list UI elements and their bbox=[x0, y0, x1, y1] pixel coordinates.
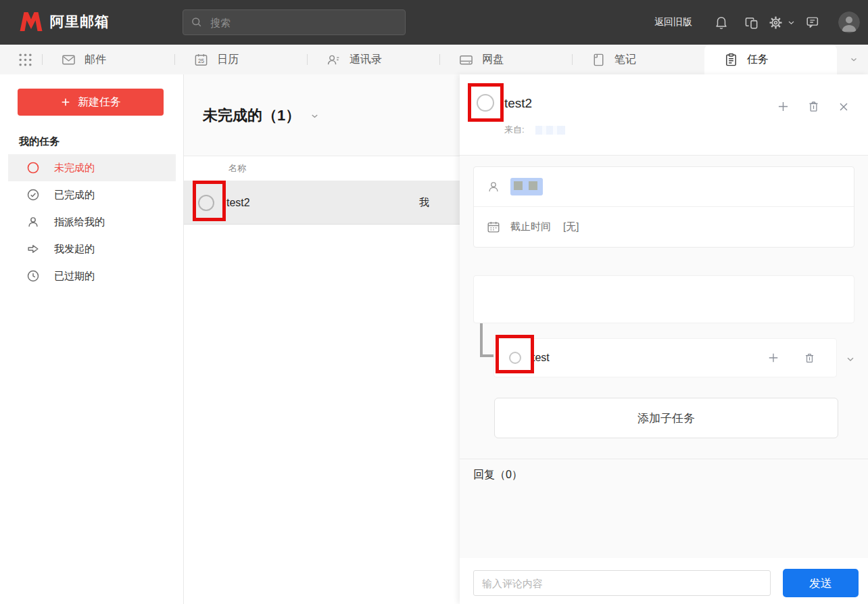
clock-icon bbox=[26, 269, 41, 283]
calendar-icon bbox=[486, 220, 501, 235]
multi-device-button[interactable] bbox=[736, 7, 767, 37]
devices-icon bbox=[744, 15, 759, 30]
plus-icon bbox=[767, 351, 780, 365]
settings-button[interactable] bbox=[767, 7, 797, 37]
search-box[interactable] bbox=[183, 9, 406, 35]
avatar-person-icon bbox=[838, 11, 860, 33]
trash-icon bbox=[803, 352, 816, 365]
brand-logo[interactable]: 阿里邮箱 bbox=[19, 11, 110, 32]
chevron-down-icon bbox=[845, 354, 856, 365]
subtask-complete-circle[interactable] bbox=[509, 352, 521, 364]
chevron-down-icon bbox=[849, 55, 859, 64]
sidebar-item-label: 指派给我的 bbox=[54, 216, 105, 229]
comment-input[interactable] bbox=[473, 570, 771, 596]
plus-icon bbox=[60, 97, 71, 108]
sidebar-item-incomplete[interactable]: 未完成的 bbox=[8, 154, 176, 181]
grid-icon bbox=[17, 51, 34, 68]
sidebar-item-completed[interactable]: 已完成的 bbox=[8, 181, 176, 208]
tab-label: 笔记 bbox=[614, 53, 636, 67]
new-task-label: 新建任务 bbox=[78, 95, 121, 110]
sidebar-item-initiated-by-me[interactable]: 我发起的 bbox=[8, 235, 176, 262]
tab-contacts[interactable]: 通讯录 bbox=[307, 45, 439, 74]
tab-mail[interactable]: 邮件 bbox=[42, 45, 174, 74]
sidebar-item-label: 已完成的 bbox=[54, 189, 95, 202]
gear-icon bbox=[769, 16, 783, 30]
plus-icon bbox=[776, 99, 790, 114]
sidebar-item-label: 已过期的 bbox=[54, 270, 95, 283]
tab-label: 日历 bbox=[217, 53, 239, 67]
contacts-icon bbox=[326, 52, 341, 68]
brand-name: 阿里邮箱 bbox=[50, 12, 110, 31]
deadline-label: 截止时间 bbox=[510, 220, 551, 233]
svg-text:25: 25 bbox=[198, 57, 205, 64]
alimail-m-logo-icon bbox=[19, 11, 43, 32]
check-circle-icon bbox=[26, 187, 41, 202]
task-list-title-group[interactable]: 未完成的（1） bbox=[203, 106, 320, 126]
tab-tasks[interactable]: 任务 bbox=[704, 45, 837, 74]
close-icon bbox=[837, 100, 850, 114]
circle-icon bbox=[26, 160, 41, 175]
topbar-actions: 返回旧版 bbox=[654, 0, 860, 45]
sidebar-item-label: 未完成的 bbox=[54, 162, 95, 175]
from-value-redacted bbox=[535, 126, 565, 135]
sidebar-item-expired[interactable]: 已过期的 bbox=[8, 262, 176, 289]
arrow-right-icon bbox=[26, 241, 41, 256]
sidebar-item-assigned-to-me[interactable]: 指派给我的 bbox=[8, 208, 176, 235]
subtask-collapse-button[interactable] bbox=[845, 354, 856, 365]
tab-label: 任务 bbox=[747, 53, 769, 67]
tab-drive[interactable]: 网盘 bbox=[439, 45, 572, 74]
add-task-button[interactable] bbox=[776, 99, 790, 114]
add-subtask-button[interactable]: 添加子任务 bbox=[494, 398, 838, 438]
task-complete-circle[interactable] bbox=[198, 195, 214, 211]
detail-task-title: test2 bbox=[504, 96, 532, 111]
sidebar-section-title: 我的任务 bbox=[19, 135, 59, 148]
deadline-row[interactable]: 截止时间 [无] bbox=[474, 207, 854, 247]
new-task-button[interactable]: 新建任务 bbox=[18, 89, 164, 116]
chevron-down-icon bbox=[310, 111, 320, 121]
delete-task-button[interactable] bbox=[806, 99, 821, 114]
detail-header: test2 来自: bbox=[460, 74, 868, 156]
tab-label: 通讯录 bbox=[349, 53, 382, 67]
assignee-row[interactable] bbox=[474, 167, 854, 207]
tabbar-collapse-button[interactable] bbox=[849, 55, 859, 64]
tab-calendar[interactable]: 25 日历 bbox=[174, 45, 307, 74]
app-tabbar: 邮件 25 日历 通讯录 网盘 笔记 bbox=[0, 45, 868, 74]
task-description-box[interactable] bbox=[473, 275, 854, 323]
bell-icon bbox=[714, 15, 729, 30]
person-icon bbox=[26, 214, 41, 229]
envelope-icon bbox=[61, 52, 76, 68]
tab-label: 邮件 bbox=[85, 53, 106, 67]
replies-divider bbox=[460, 459, 868, 459]
task-row-assignee: 我 bbox=[419, 196, 429, 209]
task-row-title: test2 bbox=[226, 197, 250, 209]
search-input[interactable] bbox=[209, 16, 378, 29]
notes-icon bbox=[591, 52, 606, 68]
feedback-button[interactable] bbox=[797, 7, 827, 37]
task-sidebar: 新建任务 我的任务 未完成的 已完成的 指派给我的 我发起的 bbox=[0, 74, 184, 604]
app-tabs: 邮件 25 日历 通讯录 网盘 笔记 bbox=[42, 45, 837, 74]
deadline-value: [无] bbox=[563, 220, 579, 233]
topbar: 阿里邮箱 返回旧版 bbox=[0, 0, 868, 45]
subtask-connector-line bbox=[480, 323, 493, 357]
subtask-row[interactable]: test bbox=[493, 338, 837, 377]
close-detail-button[interactable] bbox=[837, 99, 850, 114]
tasks-clipboard-icon bbox=[723, 52, 739, 68]
name-column-header: 名称 bbox=[228, 162, 246, 175]
send-button[interactable]: 发送 bbox=[783, 569, 859, 597]
task-list-title: 未完成的（1） bbox=[203, 106, 300, 126]
comment-bar: 发送 bbox=[460, 558, 868, 604]
from-label: 来自: bbox=[504, 124, 525, 136]
subtask-add-button[interactable] bbox=[767, 351, 780, 365]
back-to-old-version-link[interactable]: 返回旧版 bbox=[654, 16, 692, 28]
sidebar-item-label: 我发起的 bbox=[54, 243, 95, 256]
notifications-button[interactable] bbox=[706, 7, 736, 37]
subtask-title: test bbox=[532, 352, 550, 364]
apps-grid-button[interactable] bbox=[17, 51, 34, 68]
user-avatar[interactable] bbox=[838, 11, 860, 33]
person-icon bbox=[486, 179, 501, 194]
tab-notes[interactable]: 笔记 bbox=[572, 45, 704, 74]
subtask-delete-button[interactable] bbox=[803, 352, 816, 365]
detail-complete-circle[interactable] bbox=[477, 94, 494, 112]
tab-label: 网盘 bbox=[482, 53, 504, 67]
calendar-25-icon: 25 bbox=[193, 52, 209, 68]
